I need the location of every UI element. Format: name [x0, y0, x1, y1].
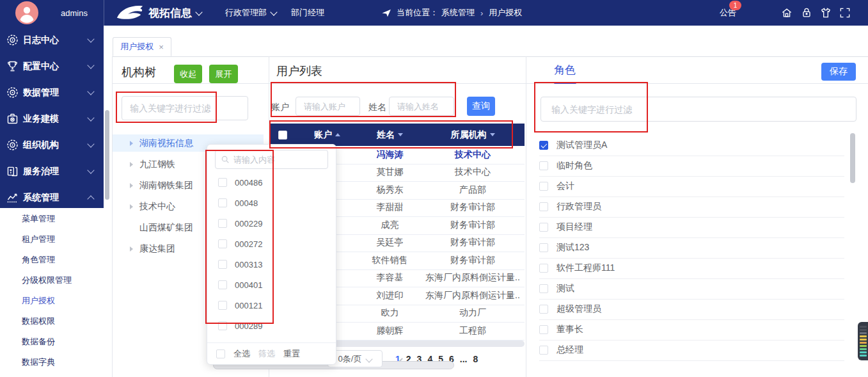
- role-checkbox[interactable]: [539, 223, 548, 232]
- role-checkbox[interactable]: [539, 264, 548, 273]
- sidebar-item-data-management[interactable]: 数据管理: [0, 79, 104, 106]
- sidebar-item-user-authorization[interactable]: 用户授权: [0, 291, 104, 311]
- sidebar-item-log-center[interactable]: 日志中心: [0, 27, 104, 53]
- option-checkbox[interactable]: [218, 198, 227, 207]
- username[interactable]: admins: [61, 0, 88, 26]
- org-filter-input[interactable]: [122, 96, 248, 120]
- dropdown-option[interactable]: 000289: [218, 319, 262, 332]
- theme-shirt-icon[interactable]: [819, 6, 832, 19]
- reset-action[interactable]: 重置: [283, 348, 300, 360]
- column-header-org[interactable]: 所属机构: [421, 129, 525, 141]
- role-item[interactable]: 测试管理员A: [539, 135, 844, 156]
- dropdown-option[interactable]: 000401: [218, 278, 262, 291]
- role-checkbox[interactable]: [539, 202, 548, 211]
- dropdown-option[interactable]: 000313: [218, 258, 262, 271]
- role-checkbox[interactable]: [539, 161, 548, 170]
- role-filter-input[interactable]: [541, 97, 856, 122]
- topbar-divider: [104, 0, 104, 26]
- page-number[interactable]: 8: [473, 354, 478, 364]
- caret-right-icon[interactable]: [130, 162, 133, 167]
- select-all-checkbox[interactable]: [278, 131, 287, 140]
- role-item[interactable]: 临时角色: [539, 156, 844, 177]
- tab-user-authorization[interactable]: 用户授权 ×: [113, 37, 171, 56]
- dropdown-option[interactable]: 00048: [218, 197, 258, 209]
- sidebar-scrollbar[interactable]: [105, 110, 109, 200]
- column-header-name[interactable]: 姓名: [359, 129, 421, 141]
- query-button[interactable]: 查询: [467, 97, 495, 116]
- column-header-account[interactable]: 账户: [296, 129, 359, 141]
- page-ellipsis[interactable]: ...: [460, 354, 468, 364]
- option-checkbox[interactable]: [218, 178, 227, 187]
- role-item[interactable]: 测试123: [539, 237, 844, 259]
- role-item[interactable]: 董事长: [539, 319, 844, 341]
- role-item[interactable]: 会计: [539, 176, 844, 197]
- dept-selector[interactable]: 行政管理部: [225, 0, 276, 26]
- sidebar-item-system-management[interactable]: 系统管理: [0, 184, 104, 211]
- role-item[interactable]: 测试: [539, 278, 844, 300]
- cell-org: 技术中心: [421, 149, 525, 161]
- dropdown-search[interactable]: [215, 150, 328, 169]
- expand-button[interactable]: 展开: [209, 65, 238, 83]
- role-checkbox[interactable]: [539, 325, 548, 334]
- tab-close-icon[interactable]: ×: [159, 42, 164, 52]
- role-item[interactable]: 超级管理员: [539, 299, 844, 320]
- role-item[interactable]: 总经理: [539, 340, 844, 361]
- role-checkbox[interactable]: [539, 141, 548, 150]
- role-scrollbar[interactable]: [850, 133, 855, 183]
- option-checkbox[interactable]: [218, 301, 227, 310]
- caret-right-icon[interactable]: [130, 204, 133, 209]
- sidebar-item-service-governance[interactable]: 服务治理: [0, 158, 104, 184]
- collapse-button[interactable]: 收起: [174, 65, 202, 83]
- home-icon[interactable]: [780, 6, 793, 19]
- role-item[interactable]: 软件工程师111: [539, 258, 844, 279]
- role-item[interactable]: 行政管理员: [539, 197, 844, 218]
- dropdown-option[interactable]: 000121: [218, 299, 262, 312]
- role-panel-title[interactable]: 角色: [554, 63, 576, 77]
- dropdown-option[interactable]: 000272: [218, 237, 262, 250]
- sort-up-icon[interactable]: [335, 133, 340, 136]
- sidebar-item-menu-management[interactable]: 菜单管理: [0, 209, 104, 229]
- breadcrumb-item[interactable]: 用户授权: [489, 7, 522, 19]
- sidebar-item-data-backup[interactable]: 数据备份: [0, 332, 104, 352]
- sidebar-item-organization[interactable]: 组织机构: [0, 132, 104, 158]
- sidebar-item-business-modeling[interactable]: 业务建模: [0, 106, 104, 132]
- sidebar-item-data-dictionary[interactable]: 数据字典: [0, 352, 104, 373]
- lock-icon[interactable]: [800, 6, 813, 19]
- role-checkbox[interactable]: [539, 305, 548, 314]
- role-checkbox[interactable]: [539, 182, 548, 191]
- option-checkbox[interactable]: [218, 260, 227, 269]
- avatar[interactable]: [15, 1, 38, 24]
- role-checkbox[interactable]: [539, 346, 548, 355]
- option-checkbox[interactable]: [218, 239, 227, 248]
- breadcrumb-item[interactable]: 系统管理: [441, 7, 475, 19]
- dropdown-option[interactable]: 000486: [218, 176, 262, 189]
- select-all-label[interactable]: 全选: [233, 348, 250, 360]
- caret-right-icon[interactable]: [130, 183, 133, 188]
- gear-globe-icon: [6, 86, 19, 99]
- account-input[interactable]: [296, 97, 360, 116]
- role-checkbox[interactable]: [539, 243, 548, 252]
- dropdown-option[interactable]: 000229: [218, 217, 262, 230]
- caret-right-icon[interactable]: [130, 246, 133, 252]
- brand-name[interactable]: 视拓信息: [148, 0, 201, 26]
- sidebar-item-config-center[interactable]: 配置中心: [0, 53, 104, 79]
- fullscreen-icon[interactable]: [839, 6, 851, 19]
- select-all-checkbox[interactable]: [216, 349, 225, 358]
- role-item[interactable]: 项目经理: [539, 217, 844, 238]
- name-input[interactable]: [389, 97, 454, 116]
- sidebar-item-data-permission[interactable]: 数据权限: [0, 311, 104, 332]
- filter-action[interactable]: 筛选: [258, 348, 275, 360]
- sort-down-icon[interactable]: [490, 133, 495, 136]
- option-checkbox[interactable]: [218, 280, 227, 289]
- docked-widget[interactable]: [858, 322, 868, 360]
- role-checkbox[interactable]: [539, 284, 548, 293]
- sidebar-item-role-management[interactable]: 角色管理: [0, 250, 104, 270]
- dropdown-search-input[interactable]: [215, 150, 328, 169]
- option-checkbox[interactable]: [218, 219, 227, 228]
- option-checkbox[interactable]: [218, 321, 227, 330]
- caret-right-icon[interactable]: [130, 141, 133, 146]
- sidebar-item-tenant-management[interactable]: 租户管理: [0, 229, 104, 250]
- save-button[interactable]: 保存: [821, 63, 856, 81]
- sidebar-item-tiered-permission[interactable]: 分级权限管理: [0, 270, 104, 291]
- sort-down-icon[interactable]: [398, 133, 403, 136]
